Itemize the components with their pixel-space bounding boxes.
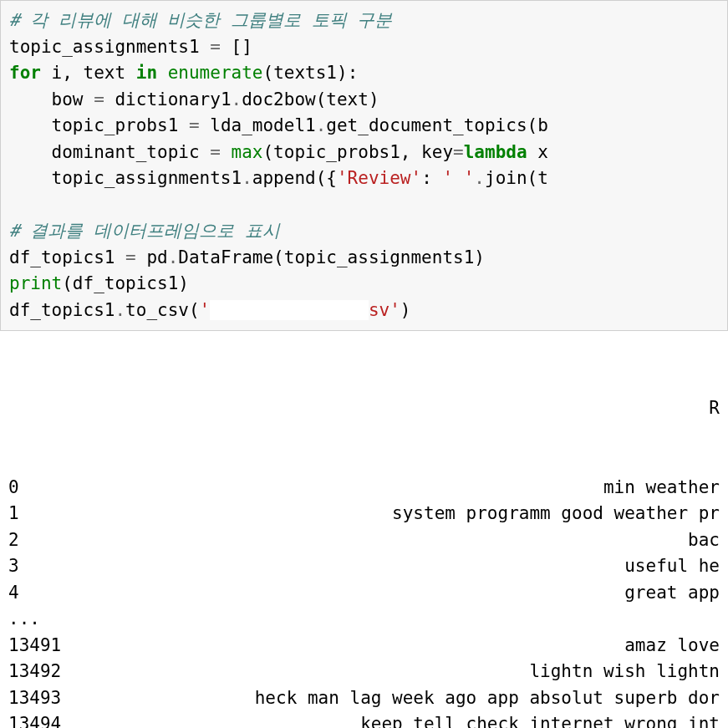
- output-row-index: 13493: [8, 685, 84, 712]
- output-row-index: 2: [8, 527, 84, 554]
- code-keyword: lambda: [464, 142, 527, 162]
- code-op: =: [94, 89, 104, 109]
- code-comment: # 결과를 데이터프레임으로 표시: [9, 221, 280, 241]
- code-builtin: print: [9, 273, 62, 293]
- code-op: =: [125, 247, 136, 267]
- code-text: join(t: [485, 168, 548, 188]
- code-text: df_topics1: [9, 300, 115, 320]
- output-row: 2bac: [8, 527, 720, 554]
- code-text: (topic_probs1, key: [262, 142, 453, 162]
- code-text: df_topics1: [9, 247, 125, 267]
- code-string: ' ': [442, 168, 474, 188]
- code-text: (df_topics1): [62, 273, 189, 293]
- code-op: =: [210, 142, 221, 162]
- code-comment: # 각 리뷰에 대해 비슷한 그룹별로 토픽 구분: [9, 10, 392, 30]
- code-op: =: [210, 37, 221, 57]
- output-row: 13491amaz love: [8, 633, 720, 659]
- output-row-text: min weather: [84, 475, 720, 501]
- code-text: append({: [252, 168, 337, 188]
- code-text: x: [527, 142, 548, 162]
- code-dot: .: [242, 168, 252, 188]
- code-text: lda_model1: [200, 115, 316, 135]
- output-row: 13493heck man lag week ago app absolut s…: [8, 685, 720, 712]
- code-cell[interactable]: # 각 리뷰에 대해 비슷한 그룹별로 토픽 구분 topic_assignme…: [0, 0, 728, 331]
- output-row: 3useful he: [8, 553, 720, 580]
- output-row-text: lightn wish lightn: [84, 659, 720, 685]
- code-keyword: for: [9, 63, 41, 83]
- code-dot: .: [316, 115, 327, 135]
- code-op: =: [453, 142, 464, 162]
- code-text: DataFrame(topic_assignments1): [178, 247, 485, 267]
- output-row: 0min weather: [8, 475, 720, 501]
- code-text: :: [421, 168, 442, 188]
- code-text: topic_probs1: [9, 115, 189, 135]
- output-row-text: amaz love: [84, 633, 720, 659]
- code-text: (texts1):: [262, 63, 358, 83]
- output-row-index: 0: [8, 475, 84, 501]
- output-cell: R 0min weather 1system programm good wea…: [0, 331, 728, 728]
- output-row-index: ...: [8, 606, 84, 633]
- output-row-text: keep tell check internet wrong int: [84, 711, 720, 728]
- output-row-text: bac: [84, 527, 720, 554]
- output-row-text: useful he: [84, 553, 720, 580]
- output-rows: 0min weather 1system programm good weath…: [8, 475, 720, 729]
- output-row-index: 1: [8, 501, 84, 527]
- code-redacted: [210, 300, 369, 320]
- code-dot: .: [232, 89, 242, 109]
- code-text: to_csv(: [125, 300, 200, 320]
- output-row: 13494keep tell check internet wrong int: [8, 711, 720, 728]
- code-text: []: [221, 37, 252, 57]
- output-row: 13492lightn wish lightn: [8, 659, 720, 685]
- code-dot: .: [474, 168, 485, 188]
- code-text: i, text: [41, 63, 136, 83]
- output-row-index: 4: [8, 580, 84, 607]
- code-dot: .: [168, 247, 179, 267]
- output-row-index: 13494: [8, 711, 84, 728]
- code-text: [157, 63, 168, 83]
- code-text: dictionary1: [104, 89, 232, 109]
- code-keyword: in: [136, 63, 157, 83]
- code-text: topic_assignments1: [9, 168, 242, 188]
- code-text: get_document_topics(b: [326, 115, 548, 135]
- output-row-index: 13492: [8, 659, 84, 685]
- code-string: ': [200, 300, 211, 320]
- code-op: =: [189, 115, 200, 135]
- code-text: topic_assignments1: [9, 37, 210, 57]
- output-row: 4great app: [8, 580, 720, 607]
- code-builtin: enumerate: [168, 63, 263, 83]
- code-text: doc2bow(text): [242, 89, 379, 109]
- output-row-index: 13491: [8, 633, 84, 659]
- output-row-text: great app: [84, 580, 720, 607]
- output-row-text: heck man lag week ago app absolut superb…: [84, 685, 720, 712]
- code-dot: .: [115, 300, 125, 320]
- output-row-index: 3: [8, 553, 84, 580]
- code-string: 'Review': [337, 168, 421, 188]
- code-text: dominant_topic: [9, 142, 210, 162]
- code-text: ): [400, 300, 411, 320]
- code-builtin: max: [232, 142, 263, 162]
- output-row: 1system programm good weather pr: [8, 501, 720, 527]
- output-row-text: [84, 606, 720, 633]
- output-header: R: [8, 395, 720, 422]
- output-row-text: system programm good weather pr: [84, 501, 720, 527]
- output-row: ...: [8, 606, 720, 633]
- code-text: bow: [9, 89, 94, 109]
- code-string: sv': [369, 300, 400, 320]
- code-text: pd: [136, 247, 168, 267]
- code-text: [221, 142, 232, 162]
